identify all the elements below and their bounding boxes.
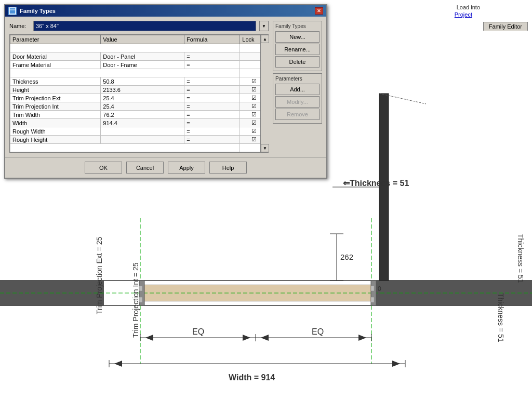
table-row: Thickness 50.8 = ☑ [10,77,268,86]
name-row: Name: ▼ [9,21,269,31]
dialog-titlebar: Family Types ✕ [5,5,326,17]
table-row: Trim Projection Int 25.4 = ☑ [10,102,268,111]
formula-trim-width: = [184,111,240,119]
param-thickness: Thickness [10,77,101,86]
help-button[interactable]: Help [209,162,247,174]
name-label: Name: [9,23,30,29]
param-trim-proj-ext: Trim Projection Ext [10,94,101,102]
parameters-panel-title: Parameters [275,76,320,82]
section-identity-header: Identity Data [10,144,240,152]
section-materials-header: Materials and Finishes [10,44,240,52]
close-button[interactable]: ✕ [315,7,323,15]
value-thickness[interactable]: 50.8 [101,77,184,86]
modify-button[interactable]: Modify... [275,96,320,108]
table-row: Width 914.4 = ☑ [10,119,268,127]
family-types-dialog: Family Types ✕ Name: ▼ Parameter Value [4,4,327,179]
svg-marker-32 [261,335,269,341]
param-col-header: Parameter [10,35,101,44]
value-trim-width[interactable]: 76.2 [101,111,184,119]
width-label: Width = 914 [229,373,275,382]
value-trim-proj-ext[interactable]: 25.4 [101,94,184,102]
value-rough-width[interactable] [101,127,184,136]
value-door-material[interactable]: Door - Panel [101,52,184,61]
formula-width: = [184,119,240,127]
left-panel: Name: ▼ Parameter Value Formula Lock [9,21,269,153]
section-materials: Materials and Finishes ∧ [10,44,268,52]
svg-marker-33 [358,335,366,341]
table-row: Frame Material Door - Frame = [10,61,268,69]
rename-button[interactable]: Rename... [275,44,320,55]
table-row: Rough Width = ☑ [10,127,268,136]
formula-rough-width: = [184,127,240,136]
formula-col-header: Formula [184,35,240,44]
formula-door-material: = [184,52,240,61]
family-types-panel-title: Family Types [275,23,320,29]
scroll-up-button[interactable]: ▲ [261,35,269,43]
value-col-header: Value [101,35,184,44]
param-door-material: Door Material [10,52,101,61]
param-height: Height [10,86,101,94]
new-button[interactable]: New... [275,31,320,43]
dialog-title: Family Types [8,7,56,15]
family-types-panel: Family Types New... Rename... Delete [273,21,322,71]
value-trim-proj-int[interactable]: 25.4 [101,102,184,111]
scroll-down-button[interactable]: ▼ [261,144,269,152]
load-into-label: Load into [457,4,480,10]
name-dropdown-button[interactable]: ▼ [259,21,269,31]
formula-rough-height: = [184,136,240,144]
formula-trim-proj-ext: = [184,94,240,102]
add-button[interactable]: Add... [275,84,320,95]
cancel-button[interactable]: Cancel [126,162,164,174]
delete-button[interactable]: Delete [275,56,320,68]
table-row: Trim Width 76.2 = ☑ [10,111,268,119]
table-row: Height 2133.6 = ☑ [10,86,268,94]
parameters-panel: Parameters Add... Modify... Remove [273,73,322,124]
section-dimensions: Dimensions ∧ [10,69,268,77]
formula-thickness: = [184,77,240,86]
dialog-buttons: OK Cancel Apply Help [5,157,326,178]
svg-rect-40 [9,8,16,14]
value-rough-height[interactable] [101,136,184,144]
trim-ext-label: Trim Projection Ext = 25 [95,237,103,314]
svg-text:0: 0 [378,285,381,292]
svg-marker-30 [145,335,153,341]
table-row: Rough Height = ☑ [10,136,268,144]
name-input[interactable] [33,21,256,31]
eq-left-label: EQ [192,327,204,337]
formula-height: = [184,86,240,94]
svg-text:⇐Thickness = 51: ⇐Thickness = 51 [343,179,409,188]
svg-rect-15 [371,286,374,291]
value-height[interactable]: 2133.6 [101,86,184,94]
svg-text:262: 262 [340,252,353,261]
param-trim-width: Trim Width [10,111,101,119]
svg-marker-38 [392,361,400,367]
section-dimensions-header: Dimensions [10,69,240,77]
trim-int-label: Trim Projection Int = 25 [131,262,140,338]
formula-trim-proj-int: = [184,102,240,111]
ok-button[interactable]: OK [85,162,122,174]
value-width[interactable]: 914.4 [101,119,184,127]
svg-rect-16 [371,297,374,302]
svg-text:Thickness = 51: Thickness = 51 [497,293,505,342]
table-row: Trim Projection Ext 25.4 = ☑ [10,94,268,102]
dialog-content: Name: ▼ Parameter Value Formula Lock [5,17,326,157]
thickness-right-label: Thickness = 51 [516,234,525,283]
param-rough-height: Rough Height [10,136,101,144]
svg-marker-37 [114,361,122,367]
svg-marker-31 [243,335,250,341]
table-row: Door Material Door - Panel = [10,52,268,61]
section-identity: Identity Data ∨ [10,144,268,152]
dialog-icon [8,7,17,15]
parameters-table: Parameter Value Formula Lock Materials a… [10,35,268,152]
formula-frame-material: = [184,61,240,69]
value-frame-material[interactable]: Door - Frame [101,61,184,69]
apply-button[interactable]: Apply [168,162,205,174]
family-editor-tab[interactable]: Family Editor [483,22,528,31]
param-width: Width [10,119,101,127]
remove-button[interactable]: Remove [275,109,320,120]
right-panel: Family Types New... Rename... Delete Par… [273,21,322,153]
param-rough-width: Rough Width [10,127,101,136]
param-trim-proj-int: Trim Projection Int [10,102,101,111]
title-text: Family Types [20,8,56,14]
project-link[interactable]: Project [455,11,472,18]
